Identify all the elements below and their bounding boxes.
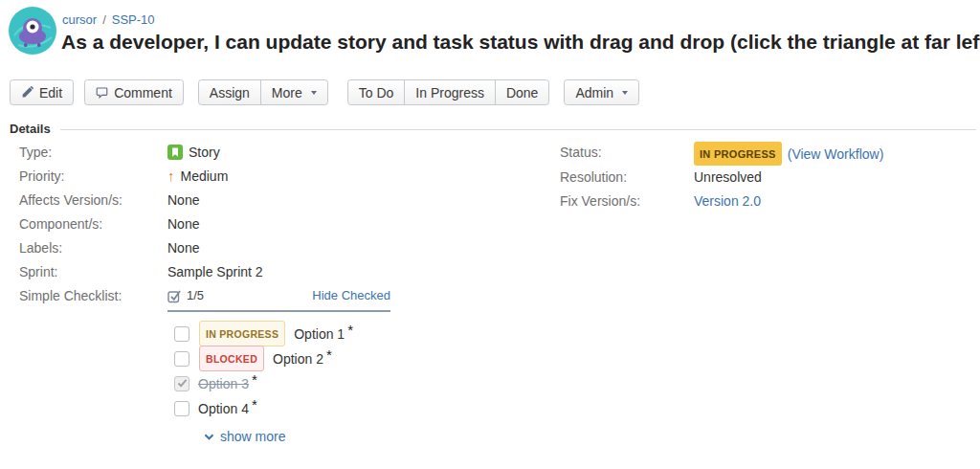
- affects-version-value: None: [167, 190, 199, 211]
- status-badge: IN PROGRESS: [694, 142, 782, 166]
- priority-value: Medium: [181, 166, 229, 187]
- breadcrumb: cursor/SSP-10: [62, 12, 155, 27]
- checklist-item-label: Option 4: [198, 398, 249, 419]
- field-labels: Labels: None: [19, 237, 541, 260]
- required-asterisk: *: [326, 345, 332, 366]
- comment-icon: [96, 86, 108, 99]
- details-left-column: Type: Story Priority: ↑ Medium Affects V…: [19, 142, 541, 448]
- in-progress-button[interactable]: In Progress: [404, 79, 496, 105]
- pencil-icon: [21, 86, 33, 99]
- field-component: Component/s: None: [19, 213, 541, 236]
- checklist-header: 1/5 Hide Checked: [167, 285, 390, 312]
- workflow-button-group: To Do In Progress Done: [347, 79, 550, 105]
- details-right-column: Status: IN PROGRESS (View Workflow) Reso…: [560, 142, 971, 214]
- assign-button-group: Assign More: [198, 79, 328, 105]
- field-priority: Priority: ↑ Medium: [19, 166, 541, 189]
- hide-checked-link[interactable]: Hide Checked: [312, 285, 390, 306]
- checklist-item: Option 3 *: [174, 371, 390, 395]
- fix-version-label: Fix Version/s:: [560, 190, 694, 212]
- fix-version-link[interactable]: Version 2.0: [694, 190, 761, 212]
- sprint-value: Sample Sprint 2: [167, 261, 263, 282]
- project-avatar: [9, 7, 56, 55]
- affects-version-label: Affects Version/s:: [19, 190, 167, 211]
- show-more-label: show more: [220, 426, 285, 447]
- priority-medium-icon: ↑: [167, 168, 175, 184]
- priority-label: Priority:: [19, 166, 167, 187]
- checkbox-unchecked[interactable]: [174, 401, 189, 416]
- type-value: Story: [189, 142, 220, 163]
- done-button[interactable]: Done: [495, 79, 549, 105]
- details-section-header: Details: [10, 122, 976, 136]
- chevron-down-icon: [204, 433, 214, 441]
- details-title: Details: [10, 122, 51, 136]
- labels-label: Labels:: [19, 237, 167, 258]
- done-label: Done: [506, 85, 538, 100]
- checkbox-unchecked[interactable]: [174, 326, 189, 342]
- blocked-badge: BLOCKED: [199, 346, 264, 371]
- todo-button[interactable]: To Do: [347, 79, 406, 105]
- admin-dropdown-button[interactable]: Admin: [564, 79, 639, 105]
- breadcrumb-project-link[interactable]: cursor: [62, 12, 97, 27]
- view-workflow-link[interactable]: (View Workflow): [788, 144, 884, 165]
- show-more-link[interactable]: show more: [204, 426, 390, 447]
- checklist-progress: 1/5: [187, 285, 204, 306]
- labels-value: None: [167, 237, 199, 258]
- checkbox-checked[interactable]: [174, 376, 189, 391]
- todo-label: To Do: [359, 85, 394, 100]
- resolution-label: Resolution:: [560, 167, 694, 188]
- issue-toolbar: Edit Comment Assign More To Do In Progre…: [10, 79, 639, 105]
- admin-label: Admin: [575, 85, 613, 100]
- edit-button[interactable]: Edit: [10, 79, 74, 105]
- check-icon: [177, 379, 188, 388]
- issue-title: As a developer, I can update story and t…: [61, 31, 980, 54]
- field-fix-version: Fix Version/s: Version 2.0: [560, 190, 971, 213]
- breadcrumb-issue-link[interactable]: SSP-10: [112, 12, 155, 27]
- field-status: Status: IN PROGRESS (View Workflow): [560, 142, 971, 166]
- breadcrumb-separator: /: [97, 12, 112, 27]
- checklist-item: Option 4 *: [174, 396, 390, 420]
- component-label: Component/s:: [19, 213, 167, 234]
- in-progress-label: In Progress: [415, 85, 484, 100]
- comment-label: Comment: [114, 85, 172, 100]
- section-divider: [60, 129, 976, 130]
- more-dropdown-button[interactable]: More: [260, 79, 328, 105]
- story-icon: [167, 145, 183, 160]
- checklist-item: IN PROGRESS Option 1 *: [174, 322, 390, 346]
- status-label: Status:: [560, 142, 694, 163]
- more-label: More: [272, 85, 302, 100]
- type-label: Type:: [19, 142, 167, 163]
- assign-button[interactable]: Assign: [198, 79, 261, 105]
- component-value: None: [167, 213, 199, 234]
- checklist-items: IN PROGRESS Option 1 * BLOCKED Option 2 …: [167, 322, 390, 447]
- checklist-item-label: Option 1: [294, 324, 345, 345]
- checklist-item: BLOCKED Option 2 *: [174, 346, 390, 370]
- simple-checklist-label: Simple Checklist:: [19, 285, 167, 306]
- checkbox-unchecked[interactable]: [174, 351, 189, 367]
- field-simple-checklist: Simple Checklist: 1/5 Hide Checked IN PR…: [19, 285, 541, 447]
- chevron-down-icon: [311, 91, 317, 95]
- checklist-item-label: Option 2: [273, 348, 323, 369]
- required-asterisk: *: [252, 394, 257, 415]
- comment-button[interactable]: Comment: [84, 79, 184, 105]
- field-resolution: Resolution: Unresolved: [560, 167, 971, 190]
- checklist-item-label: Option 3: [198, 373, 249, 394]
- required-asterisk: *: [252, 369, 257, 391]
- sprint-label: Sprint:: [19, 261, 167, 282]
- resolution-value: Unresolved: [694, 167, 762, 188]
- edit-label: Edit: [39, 85, 62, 100]
- assign-label: Assign: [210, 85, 250, 100]
- field-type: Type: Story: [19, 142, 541, 165]
- checked-checkbox-icon: [167, 289, 182, 303]
- field-affects-version: Affects Version/s: None: [19, 190, 541, 212]
- chevron-down-icon: [622, 91, 628, 95]
- required-asterisk: *: [347, 320, 353, 341]
- in-progress-badge: IN PROGRESS: [199, 321, 285, 346]
- field-sprint: Sprint: Sample Sprint 2: [19, 261, 541, 284]
